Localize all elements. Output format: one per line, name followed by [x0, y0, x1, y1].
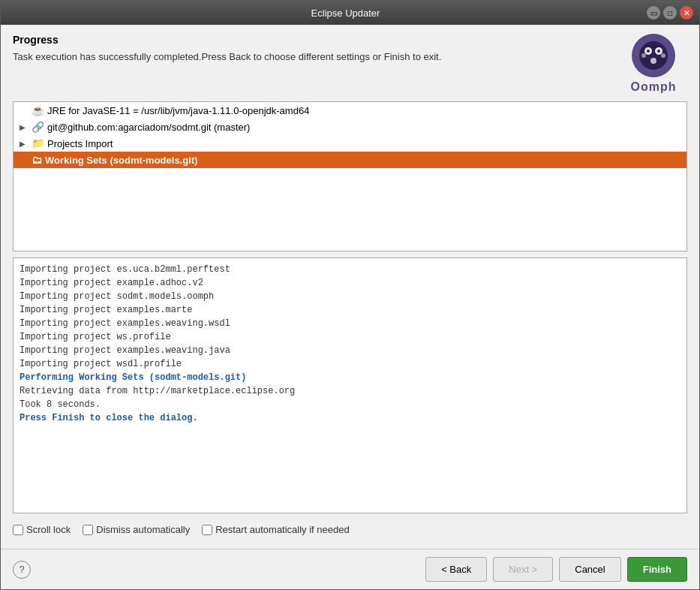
expand-arrow-projects: ▶ [20, 140, 29, 148]
projects-icon: 📁 [32, 137, 44, 149]
tree-item-jre[interactable]: ☕ JRE for JavaSE-11 = /usr/lib/jvm/java-… [14, 102, 686, 119]
header-left: Progress Task execution has successfully… [13, 34, 612, 64]
footer-buttons: < Back Next > Cancel Finish [425, 557, 687, 582]
log-panel: Importing project es.uca.b2mml.perftestI… [13, 257, 687, 513]
svg-point-7 [641, 53, 646, 58]
oomph-icon [632, 34, 675, 77]
window-title: Eclipse Updater [44, 8, 647, 19]
cancel-button[interactable]: Cancel [559, 557, 620, 582]
close-button[interactable]: ✕ [680, 6, 693, 20]
dismiss-checkbox[interactable] [83, 525, 93, 535]
dismiss-label: Dismiss automatically [96, 524, 190, 535]
restart-label: Restart automatically if needed [215, 524, 349, 535]
header-row: Progress Task execution has successfully… [13, 34, 687, 94]
git-icon: 🔗 [32, 121, 44, 133]
tree-item-git[interactable]: ▶ 🔗 git@github.com:agarciadom/sodmt.git … [14, 119, 686, 135]
log-line: Importing project ws.profile [20, 330, 680, 344]
restart-checkbox[interactable] [202, 525, 212, 535]
scroll-lock-item[interactable]: Scroll lock [13, 524, 71, 535]
projects-label: Projects Import [47, 138, 113, 149]
jre-icon: ☕ [32, 104, 44, 116]
tree-item-projects[interactable]: ▶ 📁 Projects Import [14, 135, 686, 152]
progress-desc: Task execution has successfully complete… [13, 50, 612, 64]
expand-arrow-git: ▶ [20, 123, 29, 131]
scroll-lock-label: Scroll lock [26, 524, 71, 535]
log-line: Importing project examples.marte [20, 303, 680, 317]
svg-point-8 [661, 53, 665, 58]
log-line: Importing project examples.weaving.java [20, 344, 680, 357]
tree-panel[interactable]: ☕ JRE for JavaSE-11 = /usr/lib/jvm/java-… [13, 101, 687, 251]
footer: ? < Back Next > Cancel Finish [1, 549, 699, 589]
svg-point-4 [650, 58, 656, 64]
dismiss-item[interactable]: Dismiss automatically [83, 524, 190, 535]
back-button[interactable]: < Back [425, 557, 487, 582]
jre-label: JRE for JavaSE-11 = /usr/lib/jvm/java-1.… [47, 105, 309, 116]
svg-point-5 [647, 50, 650, 53]
svg-point-6 [657, 50, 660, 53]
scroll-lock-checkbox[interactable] [13, 525, 23, 535]
log-line: Importing project examples.weaving.wsdl [20, 317, 680, 330]
log-line: Took 8 seconds. [20, 398, 680, 411]
oomph-logo: Oomph [620, 34, 687, 94]
log-line: Retrieving data from http://marketplace.… [20, 384, 680, 398]
titlebar: Eclipse Updater ▭ □ ✕ [1, 1, 699, 25]
log-line: Importing project wsdl.profile [20, 357, 680, 371]
main-content: Progress Task execution has successfully… [1, 25, 699, 549]
maximize-button[interactable]: □ [663, 6, 677, 20]
log-line: Importing project sodmt.models.oomph [20, 290, 680, 303]
oomph-label: Oomph [631, 80, 677, 94]
help-button[interactable]: ? [13, 561, 31, 579]
tree-item-workingsets[interactable]: 🗂 Working Sets (sodmt-models.git) [14, 152, 686, 168]
log-line: Importing project example.adhoc.v2 [20, 276, 680, 290]
workingsets-icon: 🗂 [32, 154, 42, 166]
main-window: Eclipse Updater ▭ □ ✕ Progress Task exec… [0, 0, 700, 590]
workingsets-label: Working Sets (sodmt-models.git) [45, 155, 197, 166]
window-controls: ▭ □ ✕ [647, 6, 693, 20]
log-line: Importing project es.uca.b2mml.perftest [20, 263, 680, 276]
progress-title: Progress [13, 34, 612, 46]
oomph-svg [632, 34, 675, 77]
next-button[interactable]: Next > [493, 557, 553, 582]
restart-item[interactable]: Restart automatically if needed [202, 524, 349, 535]
log-line: Press Finish to close the dialog. [20, 411, 680, 425]
git-label: git@github.com:agarciadom/sodmt.git (mas… [47, 122, 250, 133]
minimize-button[interactable]: ▭ [647, 6, 660, 20]
finish-button[interactable]: Finish [627, 557, 687, 582]
footer-left: ? [13, 561, 31, 579]
log-line: Performing Working Sets (sodmt-models.gi… [20, 371, 680, 384]
checkboxes-row: Scroll lock Dismiss automatically Restar… [13, 519, 687, 540]
